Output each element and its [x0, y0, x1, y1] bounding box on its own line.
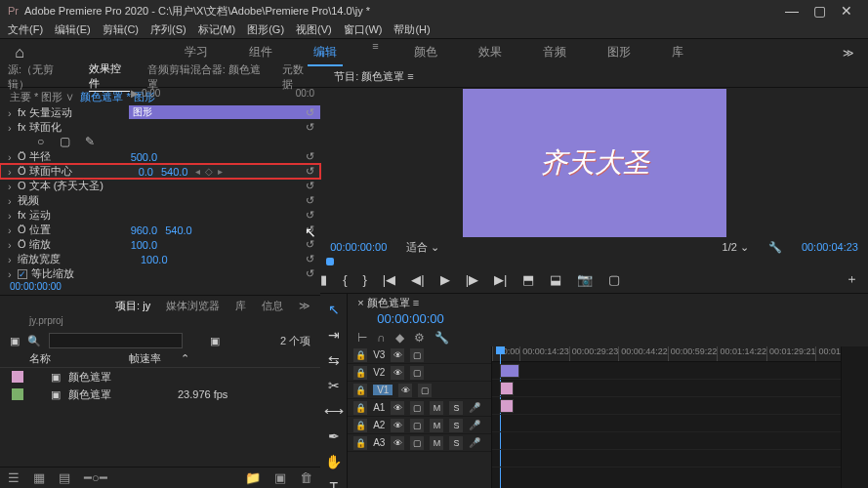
fx-value[interactable]: 0.0	[139, 166, 153, 178]
track-sync-icon[interactable]: ▢	[418, 384, 432, 397]
new-bin-icon[interactable]: 📁	[245, 470, 261, 485]
program-tab[interactable]: 节目: 颜色遮罩 ≡	[320, 66, 868, 88]
prev-edit-icon[interactable]: |◀	[383, 272, 395, 287]
zoom-slider[interactable]: ━○━	[84, 470, 107, 485]
filter-icon[interactable]: ▣	[210, 335, 220, 347]
project-panel-tab[interactable]: 项目: jy	[115, 299, 150, 313]
menu-item[interactable]: 窗口(W)	[344, 22, 383, 37]
fx-value[interactable]: 100.0	[131, 239, 158, 251]
next-edit-icon[interactable]: ▶|	[494, 272, 507, 287]
wrench-icon[interactable]: 🔧	[768, 241, 782, 254]
keyframe-nav-icon[interactable]: ◂ ◇ ▸	[195, 166, 224, 177]
track-header[interactable]: 🔒A2👁▢MS🎤	[348, 417, 491, 434]
maximize-button[interactable]: ▢	[806, 3, 833, 19]
play-icon[interactable]: ▶	[440, 272, 450, 287]
workspace-tab[interactable]: 库	[666, 40, 689, 66]
mute-icon[interactable]: M	[430, 419, 443, 432]
checkbox-icon[interactable]	[18, 269, 27, 279]
fx-property-row[interactable]: ›fx 运动↺	[0, 208, 320, 223]
safe-margin-icon[interactable]: ▢	[608, 272, 620, 287]
track-lock-icon[interactable]: 🔒	[353, 401, 367, 415]
extract-icon[interactable]: ⬓	[550, 272, 561, 287]
new-item-icon[interactable]: ▣	[274, 470, 286, 485]
track-name[interactable]: A2	[373, 420, 385, 430]
minimize-button[interactable]: —	[778, 3, 806, 19]
track-lock-icon[interactable]: 🔒	[353, 436, 367, 450]
fx-value[interactable]: 540.0	[165, 224, 192, 236]
step-back-icon[interactable]: ◀|	[411, 272, 424, 287]
fx-value[interactable]: 540.0	[161, 166, 188, 178]
program-fit-dropdown[interactable]: 适合 ⌄	[406, 240, 439, 255]
track-sync-icon[interactable]: ▢	[410, 401, 424, 415]
track-name[interactable]: A1	[373, 402, 385, 413]
reset-icon[interactable]: ↺	[306, 121, 314, 134]
reset-icon[interactable]: ↺	[306, 165, 314, 178]
workspace-tab[interactable]: 音频	[537, 40, 572, 66]
icon-view-icon[interactable]: ▦	[33, 470, 45, 485]
program-scrubber[interactable]	[320, 256, 868, 265]
fx-property-row[interactable]: ›视频↺	[0, 193, 320, 208]
panel-overflow-icon[interactable]: ≫	[299, 300, 310, 312]
home-icon[interactable]: ⌂	[0, 44, 39, 61]
clip-v3[interactable]	[500, 364, 519, 378]
fx-property-row[interactable]: ›缩放宽度100.0↺	[0, 252, 320, 266]
button-editor-icon[interactable]: ＋	[846, 270, 858, 288]
track-lock-icon[interactable]: 🔒	[353, 384, 367, 397]
menu-item[interactable]: 文件(F)	[8, 22, 43, 37]
marker-icon[interactable]: ◆	[395, 331, 404, 345]
selection-tool-icon[interactable]: ↖	[328, 302, 340, 317]
reset-icon[interactable]: ↺	[306, 106, 314, 119]
trash-icon[interactable]: 🗑	[300, 470, 312, 485]
mark-in-icon[interactable]: ▮	[320, 272, 327, 287]
reset-icon[interactable]: ↺	[306, 194, 314, 207]
timeline-timecode[interactable]: 00:00:00:00	[348, 311, 868, 329]
fx-property-row[interactable]: ›Ö 球面中心0.0540.0◂ ◇ ▸↺	[0, 164, 320, 179]
col-fps[interactable]: 帧速率	[129, 351, 161, 366]
mark-out-icon[interactable]: {	[343, 272, 347, 287]
workspace-tab[interactable]: 图形	[601, 40, 637, 66]
program-monitor[interactable]: 齐天大圣	[463, 89, 726, 237]
ruler-tick[interactable]: 00:00:44:22	[618, 346, 668, 361]
track-name[interactable]: V3	[373, 349, 385, 360]
type-tool-icon[interactable]: T	[329, 479, 338, 488]
mask-shape-icons[interactable]: ○ ▢ ✎	[37, 135, 101, 148]
col-name[interactable]: 名称	[29, 351, 51, 366]
menu-item[interactable]: 视图(V)	[296, 22, 332, 37]
ruler-tick[interactable]: 00:00:29:23	[569, 346, 619, 361]
track-sync-icon[interactable]: ▢	[410, 419, 424, 432]
clip-v2[interactable]	[500, 382, 514, 395]
col-sort-icon[interactable]: ⌃	[181, 352, 189, 365]
fx-property-row[interactable]: ›O 文本 (齐天大圣)↺	[0, 179, 320, 193]
fx-property-row[interactable]: ›等比缩放↺	[0, 266, 320, 281]
track-header[interactable]: 🔒V1👁▢	[348, 382, 491, 399]
project-panel-tab[interactable]: 信息	[262, 299, 283, 313]
menu-item[interactable]: 序列(S)	[150, 22, 186, 37]
reset-icon[interactable]: ↺	[306, 253, 314, 265]
project-item-row[interactable]: ▣颜色遮罩23.976 fps	[0, 386, 320, 403]
reset-icon[interactable]: ↺	[306, 267, 314, 280]
mute-icon[interactable]: M	[430, 436, 443, 450]
lift-icon[interactable]: ⬒	[522, 272, 534, 287]
program-timecode-left[interactable]: 00:00:00:00	[330, 241, 387, 253]
solo-icon[interactable]: S	[449, 436, 463, 450]
track-header[interactable]: 🔒A3👁▢MS🎤	[348, 434, 491, 452]
ripple-tool-icon[interactable]: ⇆	[328, 352, 340, 368]
track-name[interactable]: V2	[373, 367, 385, 378]
track-header[interactable]: 🔒V2👁▢	[348, 364, 491, 382]
source-panel-tab[interactable]: 音频剪辑混合器: 颜色遮罩	[147, 62, 265, 92]
track-toggle-icon[interactable]: 👁	[391, 348, 404, 362]
step-fwd-icon[interactable]: |▶	[466, 272, 478, 287]
track-toggle-icon[interactable]: 👁	[398, 384, 412, 397]
reset-icon[interactable]: ↺	[306, 209, 314, 222]
fx-value[interactable]: 960.0	[131, 224, 158, 236]
track-toggle-icon[interactable]: 👁	[391, 401, 404, 415]
ruler-tick[interactable]: 00:01	[815, 346, 841, 361]
slip-tool-icon[interactable]: ⟷	[324, 403, 344, 419]
reset-icon[interactable]: ↺	[306, 238, 314, 251]
ruler-tick[interactable]: 00:01:29:21	[766, 346, 816, 361]
program-zoom-dropdown[interactable]: 1/2 ⌄	[723, 241, 749, 254]
fx-property-row[interactable]: ›fx 球面化↺○ ▢ ✎	[0, 120, 320, 135]
link-icon[interactable]: ∩	[377, 331, 386, 345]
hand-tool-icon[interactable]: ✋	[325, 454, 342, 469]
voice-icon[interactable]: 🎤	[469, 420, 480, 430]
